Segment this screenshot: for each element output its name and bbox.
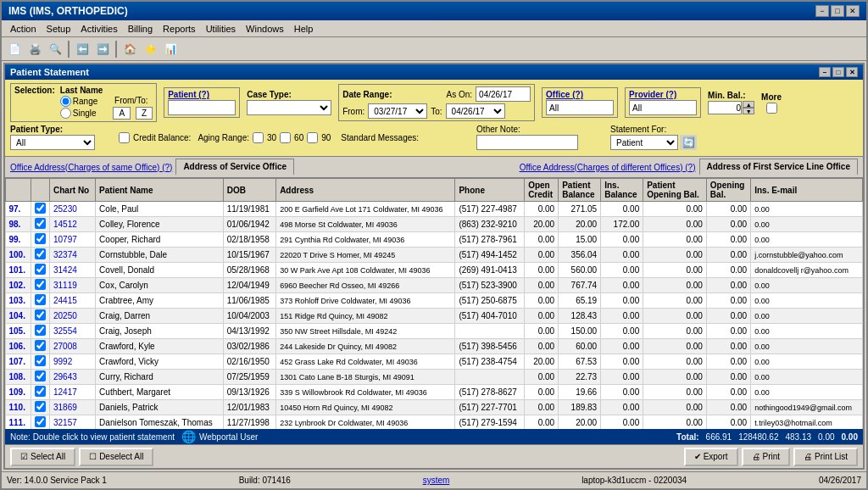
toolbar-btn-4[interactable]: ⬅️ [73,40,92,58]
row-checkbox[interactable] [35,416,46,427]
provider-input[interactable] [629,100,697,115]
toolbar-btn-5[interactable]: ➡️ [93,40,112,58]
table-row[interactable]: 101.31424Covell, Donald05/28/196830 W Pa… [6,263,863,278]
more-checkbox[interactable] [766,103,777,114]
toolbar-btn-3[interactable]: 🔍 [46,40,64,58]
row-checkbox[interactable] [35,294,46,305]
table-row[interactable]: 100.32374Cornstubble, Dale10/15/19672202… [6,248,863,263]
addr-tab-2[interactable]: Address of First Service Line Office [699,159,859,175]
spin-up[interactable]: ▲ [743,101,754,108]
statement-for-select[interactable]: Patient [610,135,678,150]
row-checkbox-cell[interactable] [31,202,50,217]
menu-item-activities[interactable]: Activities [75,22,122,36]
row-checkbox[interactable] [35,248,46,259]
aging-30-checkbox[interactable] [253,132,264,143]
close-button[interactable]: ✕ [846,5,860,17]
row-checkbox[interactable] [35,370,46,381]
table-row[interactable]: 98.14512Colley, Florence01/06/1942498 Mo… [6,217,863,232]
export-button[interactable]: ✔ Export [684,448,738,466]
toolbar-btn-7[interactable]: ⭐ [141,40,159,58]
office-input[interactable] [546,100,614,115]
row-checkbox-cell[interactable] [31,339,50,354]
print-list-button[interactable]: 🖨 Print List [793,448,858,466]
table-row[interactable]: 110.31869Daniels, Patrick12/01/198310450… [6,400,863,415]
patient-type-select[interactable]: All [10,135,95,150]
row-checkbox[interactable] [35,264,46,275]
row-checkbox-cell[interactable] [31,263,50,278]
table-row[interactable]: 105.32554Craig, Joseph04/13/1992350 NW S… [6,324,863,339]
row-checkbox[interactable] [35,218,46,229]
restore-button[interactable]: □ [831,5,844,17]
table-row[interactable]: 102.31119Cox, Carolyn12/04/19496960 Beec… [6,278,863,293]
row-checkbox-cell[interactable] [31,415,50,430]
table-row[interactable]: 108.29643Curry, Richard07/25/19591301 Ca… [6,370,863,385]
table-row[interactable]: 103.24415Crabtree, Amy11/06/1985373 Rohl… [6,293,863,309]
min-bal-input[interactable] [708,101,742,114]
toolbar-btn-2[interactable]: 🖨️ [25,40,44,58]
row-checkbox-cell[interactable] [31,370,50,385]
menu-item-windows[interactable]: Windows [241,22,289,36]
patient-input[interactable] [168,100,236,115]
row-checkbox[interactable] [35,355,46,366]
menu-item-billing[interactable]: Billing [123,22,158,36]
other-note-input[interactable] [476,135,578,150]
deselect-all-button[interactable]: ☐ Deselect All [79,448,153,466]
print-button[interactable]: 🖨 Print [742,448,791,466]
a-box[interactable]: A [113,107,131,120]
row-checkbox-cell[interactable] [31,385,50,400]
to-date-select[interactable]: 04/26/17 [446,103,505,119]
table-row[interactable]: 107.9992Crawford, Vicky02/16/1950452 Gra… [6,354,863,370]
table-row[interactable]: 104.20250Craig, Darren10/04/2003151 Ridg… [6,309,863,324]
row-checkbox[interactable] [35,279,46,290]
toolbar-btn-1[interactable]: 📄 [5,40,24,58]
row-checkbox-cell[interactable] [31,354,50,370]
menu-item-utilities[interactable]: Utilities [201,22,241,36]
row-checkbox[interactable] [35,386,46,397]
row-checkbox[interactable] [35,340,46,351]
from-date-select[interactable]: 03/27/17 [368,103,427,119]
credit-balance-checkbox[interactable] [119,132,130,143]
row-checkbox[interactable] [35,233,46,244]
dialog-restore[interactable]: □ [832,67,844,77]
spin-down[interactable]: ▼ [743,108,754,114]
menu-item-reports[interactable]: Reports [158,22,201,36]
row-checkbox-cell[interactable] [31,324,50,339]
dialog-close[interactable]: ✕ [846,67,858,77]
statement-for-action[interactable]: 🔄 [680,135,697,150]
table-row[interactable]: 99.10797Cooper, Richard02/18/1958291 Cyn… [6,232,863,248]
range-radio[interactable] [60,96,71,107]
row-checkbox[interactable] [35,203,46,214]
table-row[interactable]: 106.27008Crawford, Kyle03/02/1986244 Lak… [6,339,863,354]
menu-item-help[interactable]: Help [289,22,319,36]
menu-item-action[interactable]: Action [5,22,42,36]
table-container[interactable]: Chart No Patient Name DOB Address Phone … [5,178,863,429]
row-pat-open: 0.00 [643,293,707,309]
row-checkbox-cell[interactable] [31,400,50,415]
toolbar-btn-6[interactable]: 🏠 [120,40,139,58]
table-row[interactable]: 109.12417Cuthbert, Margaret09/13/1926339… [6,385,863,400]
row-checkbox-cell[interactable] [31,309,50,324]
row-checkbox-cell[interactable] [31,278,50,293]
minimize-button[interactable]: − [815,5,829,17]
case-type-select[interactable] [247,100,331,115]
aging-60-checkbox[interactable] [280,132,291,143]
table-row[interactable]: 97.25230Cole, Paul11/19/1981200 E Garfie… [6,202,863,217]
row-checkbox-cell[interactable] [31,293,50,309]
row-checkbox-cell[interactable] [31,232,50,248]
row-checkbox[interactable] [35,325,46,336]
row-checkbox[interactable] [35,309,46,320]
z-box[interactable]: Z [136,107,153,120]
toolbar-btn-8[interactable]: 📊 [161,40,180,58]
row-checkbox-cell[interactable] [31,217,50,232]
select-all-button[interactable]: ☑ Select All [10,448,75,466]
row-checkbox-cell[interactable] [31,248,50,263]
menu-item-setup[interactable]: Setup [42,22,76,36]
dialog-minimize[interactable]: − [819,67,831,77]
aging-90-checkbox[interactable] [307,132,318,143]
table-row[interactable]: 111.32157Danielson Tomeszak, Thomas11/27… [6,415,863,430]
single-radio[interactable] [60,108,71,119]
footer-system[interactable]: system [423,476,450,485]
as-on-input[interactable] [476,86,531,102]
row-checkbox[interactable] [35,401,46,412]
addr-tab-1[interactable]: Address of Service Office [175,159,294,175]
